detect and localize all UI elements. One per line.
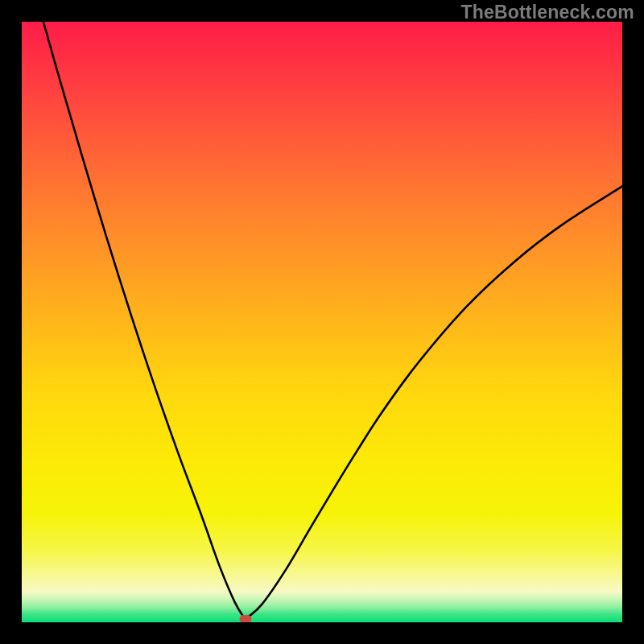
curve-right: [246, 186, 622, 619]
curve-left: [43, 22, 246, 619]
plot-area: [22, 22, 622, 622]
watermark-text: TheBottleneck.com: [460, 2, 634, 23]
chart-frame: TheBottleneck.com: [0, 0, 644, 644]
curve-layer: [22, 22, 622, 622]
optimum-marker: [239, 615, 251, 622]
